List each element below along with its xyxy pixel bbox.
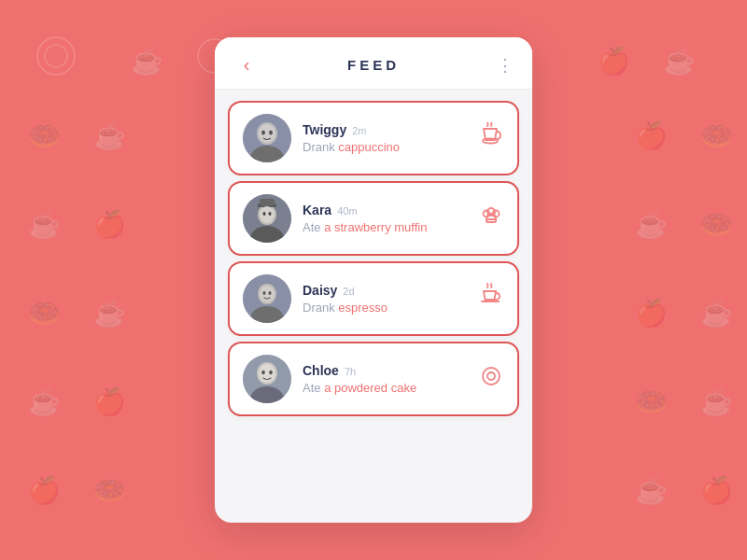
svg-text:🍎: 🍎 <box>635 120 668 151</box>
tea-cup-icon <box>478 283 504 315</box>
svg-point-38 <box>263 212 266 216</box>
feed-time-twiggy: 2m <box>352 125 366 136</box>
svg-text:🍎: 🍎 <box>635 298 668 329</box>
feed-content-kara: Kara 40m Ate a strawberry muffin <box>303 203 469 234</box>
menu-button[interactable]: ⋮ <box>487 55 514 76</box>
chef-hat-icon <box>478 203 504 234</box>
svg-text:🍩: 🍩 <box>93 475 126 506</box>
back-button[interactable]: ‹ <box>233 54 260 76</box>
svg-text:☕: ☕ <box>28 386 61 417</box>
svg-point-50 <box>269 291 272 295</box>
feed-item-twiggy[interactable]: Twiggy 2m Drank cappuccino <box>230 103 517 174</box>
svg-text:☕: ☕ <box>700 298 733 329</box>
feed-name-twiggy: Twiggy <box>303 122 346 137</box>
feed-action-chloe: Ate a powdered cake <box>303 381 469 395</box>
feed-content-twiggy: Twiggy 2m Drank cappuccino <box>303 122 469 154</box>
svg-point-57 <box>269 371 273 374</box>
svg-text:🍩: 🍩 <box>700 209 733 240</box>
svg-point-39 <box>269 212 272 216</box>
feed-name-kara: Kara <box>303 203 331 217</box>
feed-content-chloe: Chloe 7h Ate a powdered cake <box>303 363 469 395</box>
svg-point-30 <box>261 131 265 135</box>
feed-time-daisy: 2d <box>343 286 354 297</box>
avatar-kara <box>243 194 291 243</box>
svg-text:☕: ☕ <box>635 209 668 240</box>
svg-point-58 <box>483 368 500 385</box>
svg-rect-36 <box>260 199 275 206</box>
svg-point-1 <box>45 45 67 67</box>
svg-text:☕: ☕ <box>131 46 163 77</box>
feed-item-label-chloe: a powdered cake <box>324 381 416 395</box>
svg-text:🍩: 🍩 <box>28 120 61 151</box>
feed-header: ‹ FEED ⋮ <box>215 37 532 90</box>
donut-icon <box>478 363 504 395</box>
svg-text:🍩: 🍩 <box>635 386 668 417</box>
svg-text:🍎: 🍎 <box>93 386 126 417</box>
feed-name-chloe: Chloe <box>303 363 339 378</box>
svg-text:☕: ☕ <box>28 209 61 240</box>
feed-list: Twiggy 2m Drank cappuccino <box>215 90 532 523</box>
feed-content-daisy: Daisy 2d Drank espresso <box>303 283 469 315</box>
svg-point-32 <box>483 139 498 144</box>
hot-drink-icon <box>478 122 504 154</box>
svg-text:☕: ☕ <box>93 298 126 329</box>
svg-text:☕: ☕ <box>93 120 126 151</box>
feed-item-daisy[interactable]: Daisy 2d Drank espresso <box>230 263 517 334</box>
svg-text:🍎: 🍎 <box>28 475 61 506</box>
feed-item-label-daisy: espresso <box>338 301 388 315</box>
avatar-chloe <box>243 355 291 403</box>
page-title: FEED <box>347 57 400 73</box>
feed-time-kara: 40m <box>337 205 357 217</box>
feed-item-kara[interactable]: Kara 40m Ate a strawberry muffin <box>230 183 517 254</box>
svg-text:☕: ☕ <box>663 46 696 77</box>
svg-text:🍩: 🍩 <box>28 298 61 329</box>
feed-action-kara: Ate a strawberry muffin <box>303 220 469 234</box>
svg-text:☕: ☕ <box>635 475 668 506</box>
svg-text:🍩: 🍩 <box>700 120 733 151</box>
svg-point-31 <box>269 131 273 135</box>
svg-point-56 <box>261 371 265 374</box>
feed-time-chloe: 7h <box>345 366 356 377</box>
feed-name-daisy: Daisy <box>303 283 337 298</box>
svg-text:☕: ☕ <box>700 386 733 417</box>
feed-item-chloe[interactable]: Chloe 7h Ate a powdered cake <box>230 343 517 414</box>
svg-point-59 <box>487 372 495 380</box>
svg-point-48 <box>260 286 275 302</box>
svg-text:🍎: 🍎 <box>700 475 733 506</box>
feed-item-label-kara: a strawberry muffin <box>324 220 427 234</box>
svg-point-49 <box>263 291 266 295</box>
svg-text:🍎: 🍎 <box>93 209 126 240</box>
feed-item-label-twiggy: cappuccino <box>338 140 400 154</box>
svg-point-0 <box>37 37 75 75</box>
svg-text:🍎: 🍎 <box>598 46 630 77</box>
avatar-daisy <box>243 274 291 323</box>
avatar-twiggy <box>243 114 291 162</box>
feed-card: ‹ FEED ⋮ Twiggy <box>215 37 532 523</box>
svg-rect-44 <box>486 219 496 222</box>
feed-action-twiggy: Drank cappuccino <box>303 140 469 154</box>
feed-action-daisy: Drank espresso <box>303 301 469 315</box>
svg-point-37 <box>260 206 275 223</box>
